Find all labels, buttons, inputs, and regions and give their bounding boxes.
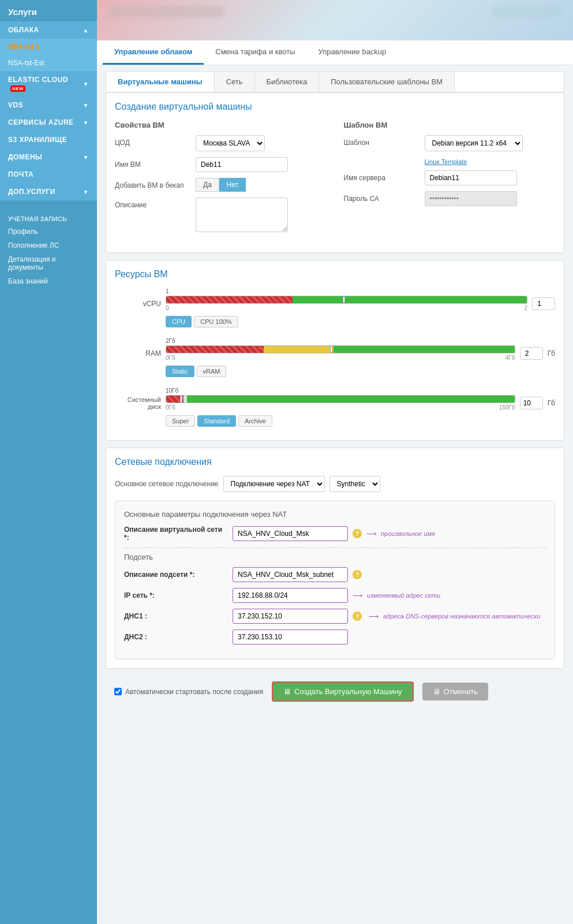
- subnet-help-icon[interactable]: ?: [353, 570, 362, 579]
- disk-slider[interactable]: 0Гб 150Гб: [166, 395, 515, 411]
- vnet-input[interactable]: [233, 526, 348, 541]
- dns-arrow-icon: ⟶: [369, 612, 379, 620]
- dns2-label: ДНС2 :: [124, 633, 228, 641]
- vcpu-green-zone: [293, 296, 347, 303]
- disk-input[interactable]: [520, 397, 543, 409]
- subnet-input[interactable]: [233, 567, 348, 582]
- vnet-hint: произвольное имя: [381, 530, 435, 537]
- vcpu-min-max: 0 2: [166, 305, 527, 311]
- connection-type-select[interactable]: Подключение через NAT: [223, 476, 325, 492]
- ip-hint: изменяемый адрес сети: [367, 592, 440, 599]
- ram-unit: Гб: [548, 349, 555, 357]
- description-input[interactable]: [196, 198, 288, 232]
- sidebar-section-azure[interactable]: СЕРВИСЫ AZURE ▼: [0, 114, 97, 131]
- subtab-templates[interactable]: Пользовательские шаблоны ВМ: [319, 72, 455, 92]
- subnet-label: Описание подсети *:: [124, 571, 228, 579]
- ram-slider[interactable]: 0Гб 4Гб: [166, 345, 515, 361]
- cod-select[interactable]: Москва SLAVA: [196, 135, 265, 151]
- subtab-library[interactable]: Библиотека: [255, 72, 320, 92]
- ip-input[interactable]: [233, 588, 348, 603]
- sidebar-section-s3[interactable]: S3 ХРАНИЛИЩЕ: [0, 131, 97, 148]
- sidebar-item-nsa-tst-est[interactable]: NSA-tst-Est: [0, 55, 97, 71]
- ram-label: RAM: [115, 349, 161, 357]
- subtab-vms[interactable]: Виртуальные машины: [106, 72, 215, 92]
- dns1-input[interactable]: [233, 609, 348, 624]
- vm-properties: Свойства ВМ ЦОД Москва SLAVA Имя ВМ Доба…: [115, 121, 327, 238]
- sidebar-section-domains[interactable]: ДОМЕНЫ ▼: [0, 148, 97, 166]
- vcpu-current-label: 1: [166, 288, 555, 295]
- sidebar: Услуги ОБЛАКА ▲ NSA-tst-1 NSA-tst-Est El…: [0, 0, 97, 924]
- sidebar-link-knowledge[interactable]: База знаний: [0, 274, 97, 288]
- subtab-network[interactable]: Сеть: [215, 72, 255, 92]
- server-name-input[interactable]: [425, 170, 517, 185]
- sidebar-link-topup[interactable]: Пополнение ЛС: [0, 239, 97, 252]
- tab-backup[interactable]: Управление backup: [307, 40, 398, 65]
- description-label: Описание: [115, 198, 196, 209]
- chevron-down-icon: ▼: [83, 102, 89, 109]
- ram-tag-vram[interactable]: vRAM: [197, 366, 227, 377]
- cod-label: ЦОД: [115, 135, 196, 147]
- vcpu-green-available: [347, 296, 527, 303]
- vm-name-input[interactable]: [196, 157, 288, 172]
- vnet-label: Описание виртуальной сети *:: [124, 526, 228, 542]
- ram-input[interactable]: [520, 347, 543, 360]
- disk-tag-super[interactable]: Super: [166, 415, 195, 427]
- vcpu-slider-bar: [166, 296, 527, 304]
- vcpu-slider[interactable]: 0 2: [166, 296, 527, 311]
- dns1-help-icon[interactable]: ?: [353, 612, 362, 621]
- sidebar-section-mail[interactable]: ПОЧТА: [0, 166, 97, 183]
- ram-thumb: [330, 346, 332, 353]
- tab-manage-cloud[interactable]: Управление облаком: [103, 40, 204, 65]
- disk-tag-standard[interactable]: Standard: [197, 415, 236, 427]
- top-banner: [97, 0, 573, 40]
- template-select[interactable]: Debian версия 11.2 x64: [425, 135, 523, 151]
- ram-tags: Static vRAM: [166, 366, 555, 377]
- disk-tags: Super Standard Archive: [166, 415, 555, 427]
- disk-current-label: 10Гб: [166, 388, 555, 394]
- network-main-label: Основное сетевое подключение: [115, 480, 219, 488]
- network-title: Сетевые подключения: [115, 457, 555, 467]
- vm-props-row: Свойства ВМ ЦОД Москва SLAVA Имя ВМ Доба…: [115, 121, 555, 238]
- disk-thumb: [180, 396, 182, 403]
- vcpu-tag-cpu100[interactable]: CPU 100%: [194, 316, 238, 327]
- network-card: Сетевые подключения Основное сетевое под…: [106, 448, 564, 669]
- sidebar-item-nsa-tst-1[interactable]: NSA-tst-1: [0, 39, 97, 55]
- sidebar-section-extra[interactable]: ДОП.УСЛУГИ ▼: [0, 183, 97, 200]
- server-name-field: Имя сервера: [344, 170, 556, 185]
- sidebar-section-vds[interactable]: VDS ▼: [0, 96, 97, 114]
- vm-template: Шаблон ВМ Шаблон Debian версия 11.2 x64 …: [344, 121, 556, 238]
- new-badge: NEW: [10, 85, 25, 92]
- vcpu-thumb: [343, 296, 345, 303]
- autostart-label[interactable]: Автоматически стартовать после создания: [114, 688, 263, 696]
- autostart-checkbox[interactable]: [114, 688, 122, 695]
- chevron-down-icon: ▼: [83, 120, 89, 126]
- backup-yes-btn[interactable]: Да: [196, 178, 219, 192]
- main-tabs: Управление облаком Смена тарифа и квоты …: [97, 40, 573, 65]
- vnet-help-icon[interactable]: ?: [353, 529, 362, 538]
- sidebar-link-docs[interactable]: Детализация и документы: [0, 252, 97, 274]
- backup-no-btn[interactable]: Нет: [219, 178, 246, 192]
- ram-tag-static[interactable]: Static: [166, 366, 194, 377]
- chevron-down-icon: ▼: [83, 81, 89, 87]
- connection-sub-select[interactable]: Synthetic: [329, 476, 380, 492]
- vcpu-input[interactable]: [532, 297, 555, 310]
- tab-tariff[interactable]: Смена тарифа и квоты: [204, 40, 306, 65]
- nat-divider: [124, 547, 546, 548]
- vcpu-tag-cpu[interactable]: CPU: [166, 316, 192, 327]
- vm-name-field: Имя ВМ: [115, 157, 327, 172]
- dns2-input[interactable]: [233, 629, 348, 644]
- nat-params-card: Основные параметры подключения через NAT…: [115, 501, 555, 660]
- template-link[interactable]: Linux Template: [425, 158, 467, 165]
- create-vm-button[interactable]: 🖥 Создать Виртуальную Машину: [272, 681, 414, 702]
- sidebar-account-title: Учетная запись: [0, 210, 97, 225]
- cancel-button[interactable]: 🖥 Отменить: [422, 683, 488, 701]
- vcpu-section: 1 vCPU 0 2: [115, 288, 555, 327]
- disk-min-max: 0Гб 150Гб: [166, 404, 515, 411]
- password-input[interactable]: [425, 191, 517, 206]
- ram-green-zone: [334, 346, 515, 353]
- backup-field: Добавить ВМ в бекап Да Нет: [115, 178, 327, 192]
- sidebar-section-elastic[interactable]: Elastic Cloud NEW ▼: [0, 71, 97, 96]
- sidebar-link-profile[interactable]: Профиль: [0, 225, 97, 239]
- sidebar-section-clouds[interactable]: ОБЛАКА ▲: [0, 21, 97, 39]
- disk-tag-archive[interactable]: Archive: [238, 415, 272, 427]
